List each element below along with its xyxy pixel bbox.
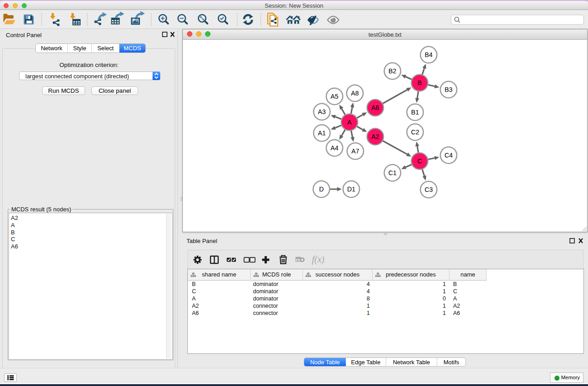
svg-text:B3: B3 — [445, 86, 452, 93]
svg-text:B4: B4 — [425, 51, 432, 58]
svg-text:C2: C2 — [411, 129, 419, 136]
svg-text:f(x): f(x) — [312, 254, 325, 265]
svg-text:D: D — [319, 186, 324, 193]
svg-text:A3: A3 — [318, 108, 325, 115]
svg-text:A7: A7 — [351, 148, 359, 155]
svg-text:A1: A1 — [318, 129, 325, 137]
svg-text:A6: A6 — [371, 104, 379, 111]
svg-text:B1: B1 — [411, 109, 419, 116]
svg-text:B2: B2 — [388, 67, 396, 75]
svg-text:A2: A2 — [371, 133, 379, 140]
svg-text:C: C — [417, 157, 422, 165]
svg-text:A4: A4 — [330, 144, 338, 152]
svg-text:C4: C4 — [445, 152, 453, 159]
svg-text:A: A — [347, 119, 352, 126]
svg-text:C1: C1 — [388, 169, 397, 176]
svg-text:D1: D1 — [347, 186, 355, 193]
svg-text:A5: A5 — [330, 93, 338, 100]
svg-text:C3: C3 — [425, 186, 433, 193]
svg-text:B: B — [417, 79, 421, 86]
svg-text:A8: A8 — [351, 90, 359, 97]
